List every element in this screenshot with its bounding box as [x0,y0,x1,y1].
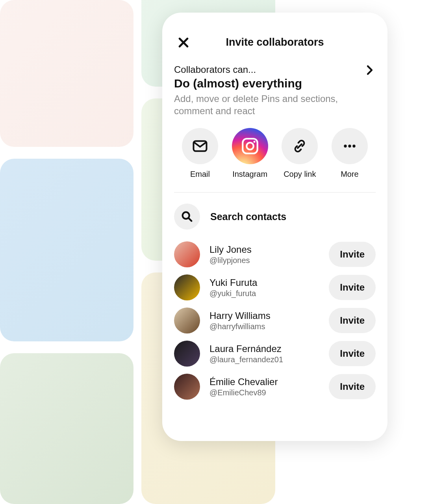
invite-collaborators-sheet: Invite collaborators Collaborators can..… [162,13,387,441]
email-icon [191,137,209,155]
contacts-list: Lily Jones @lilypjones Invite Yuki Furut… [174,241,376,400]
instagram-icon [240,136,260,156]
share-label: Email [190,170,210,179]
search-contacts[interactable]: Search contacts [174,204,376,230]
permissions-row[interactable]: Collaborators can... Do (almost) everyth… [174,64,376,117]
close-icon [177,36,190,49]
svg-point-3 [253,141,255,143]
share-options: Email Instagram Copy link More [174,128,376,179]
chevron-right-icon [364,64,376,76]
permissions-label: Collaborators can... [174,64,356,75]
bg-card [0,0,133,147]
bg-card [0,159,133,341]
contact-row: Yuki Furuta @yuki_furuta Invite [174,274,376,300]
svg-point-2 [247,143,254,150]
divider [174,192,376,193]
share-email[interactable]: Email [176,128,224,179]
invite-button[interactable]: Invite [329,242,376,267]
permissions-title: Do (almost) everything [174,77,356,90]
permissions-description: Add, move or delete Pins and sections, c… [174,93,356,117]
contact-handle: @lilypjones [209,256,319,265]
avatar [174,374,200,400]
share-label: More [341,170,359,179]
invite-button[interactable]: Invite [329,374,376,399]
contact-row: Laura Fernández @laura_fernandez01 Invit… [174,341,376,367]
svg-point-4 [344,145,347,148]
contact-name: Harry Williams [209,310,319,321]
sheet-title: Invite collaborators [174,36,376,48]
invite-button[interactable]: Invite [329,275,376,300]
sheet-header: Invite collaborators [174,36,376,48]
svg-point-6 [352,145,355,148]
search-placeholder: Search contacts [210,211,286,222]
contact-name: Lily Jones [209,244,319,255]
share-copy-link[interactable]: Copy link [276,128,323,179]
link-icon [292,138,308,154]
search-icon [180,210,194,223]
close-button[interactable] [176,35,191,50]
avatar [174,308,200,334]
contact-handle: @yuki_furuta [209,289,319,298]
contact-name: Émilie Chevalier [209,376,319,387]
contact-row: Émilie Chevalier @EmilieChev89 Invite [174,374,376,400]
contact-handle: @laura_fernandez01 [209,355,319,364]
svg-rect-1 [243,139,258,154]
more-icon [341,137,358,155]
contact-handle: @EmilieChev89 [209,388,319,397]
contact-name: Laura Fernández [209,343,319,354]
avatar [174,241,200,267]
contact-row: Lily Jones @lilypjones Invite [174,241,376,267]
share-instagram[interactable]: Instagram [226,128,274,179]
contact-row: Harry Williams @harryfwilliams Invite [174,308,376,334]
avatar [174,341,200,367]
svg-point-5 [348,145,351,148]
share-label: Instagram [232,170,267,179]
invite-button[interactable]: Invite [329,341,376,366]
bg-card [0,353,133,504]
avatar [174,274,200,300]
invite-button[interactable]: Invite [329,308,376,333]
contact-name: Yuki Furuta [209,277,319,288]
contact-handle: @harryfwilliams [209,322,319,331]
share-label: Copy link [284,170,316,179]
share-more[interactable]: More [326,128,373,179]
